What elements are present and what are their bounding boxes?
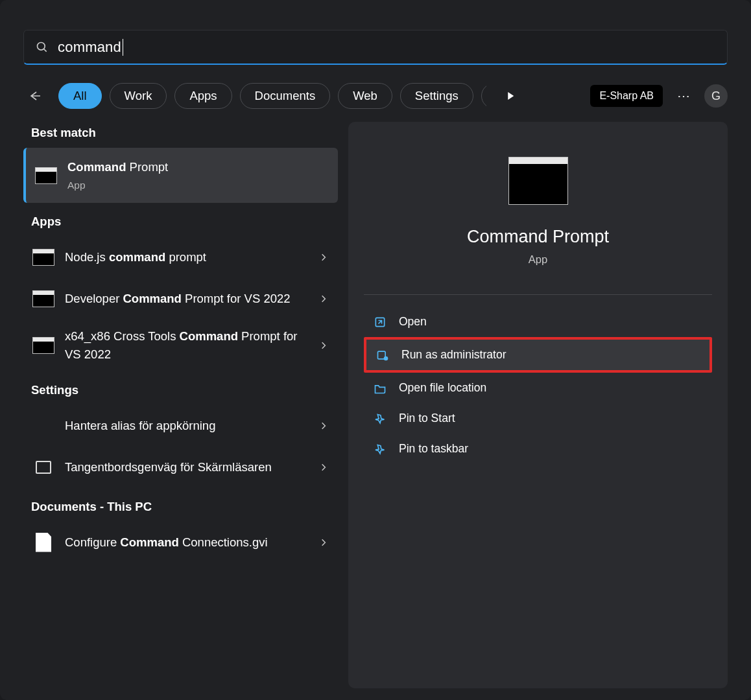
admin-icon (376, 349, 390, 362)
app-result[interactable]: Developer Command Prompt for VS 2022 (23, 278, 338, 320)
chevron-right-icon[interactable] (316, 291, 331, 307)
search-icon (36, 41, 49, 54)
search-bar[interactable]: command (23, 30, 728, 65)
document-icon (32, 533, 54, 552)
result-label: Configure Command Connections.gvi (65, 533, 316, 552)
cmd-icon (32, 336, 54, 355)
best-match-item[interactable]: Command Prompt App (23, 148, 338, 203)
pin-icon (373, 412, 387, 425)
filter-tab-people[interactable]: People (481, 83, 486, 109)
filter-tab-settings[interactable]: Settings (400, 83, 473, 109)
section-settings: Settings (31, 383, 338, 397)
filter-tabs: AllWorkAppsDocumentsWebSettingsPeople (58, 83, 486, 109)
pin-icon (373, 443, 387, 456)
svg-line-1 (44, 49, 47, 51)
result-label: x64_x86 Cross Tools Command Prompt for V… (65, 327, 316, 364)
section-documents: Documents - This PC (31, 500, 338, 514)
filter-tab-web[interactable]: Web (338, 83, 392, 109)
text-cursor (123, 39, 123, 56)
section-best-match: Best match (31, 126, 338, 140)
chevron-right-icon[interactable] (316, 250, 331, 265)
org-badge[interactable]: E-Sharp AB (590, 85, 663, 107)
filter-tab-apps[interactable]: Apps (174, 83, 232, 109)
action-label: Pin to taskbar (399, 442, 468, 456)
action-open-file-location[interactable]: Open file location (364, 373, 712, 403)
chevron-right-icon[interactable] (316, 338, 331, 353)
filter-tab-documents[interactable]: Documents (240, 83, 331, 109)
chevron-right-icon[interactable] (316, 418, 331, 434)
app-result[interactable]: Node.js command prompt (23, 237, 338, 278)
action-label: Open file location (399, 381, 486, 395)
action-open[interactable]: Open (364, 307, 712, 337)
user-avatar[interactable]: G (704, 84, 728, 108)
open-icon (373, 316, 387, 329)
filters-scroll-right[interactable] (499, 85, 521, 107)
back-button[interactable] (23, 85, 45, 107)
preview-app-icon (508, 157, 568, 205)
result-label: Hantera alias för appkörning (65, 417, 316, 435)
best-match-label: Command Prompt App (67, 158, 329, 192)
document-result[interactable]: Configure Command Connections.gvi (23, 522, 338, 563)
divider (364, 294, 712, 295)
filter-tab-work[interactable]: Work (110, 83, 167, 109)
chevron-right-icon[interactable] (316, 460, 331, 475)
settings-result[interactable]: Tangentbordsgenväg för Skärmläsaren (23, 447, 338, 488)
preview-pane: Command Prompt App OpenRun as administra… (348, 122, 728, 688)
preview-title: Command Prompt (467, 227, 609, 247)
settings-result[interactable]: Hantera alias för appkörning (23, 405, 338, 447)
search-input-value: command (58, 39, 121, 56)
cmd-icon (35, 167, 57, 185)
search-input[interactable]: command (58, 39, 123, 56)
action-label: Run as administrator (401, 348, 506, 362)
result-label: Developer Command Prompt for VS 2022 (65, 290, 316, 308)
settings-icon (32, 417, 54, 435)
app-result[interactable]: x64_x86 Cross Tools Command Prompt for V… (23, 320, 338, 371)
action-label: Pin to Start (399, 412, 455, 425)
folder-icon (373, 382, 387, 395)
cmd-icon (32, 290, 54, 308)
preview-subtitle: App (529, 253, 547, 266)
screen-reader-icon (32, 458, 54, 476)
result-label: Tangentbordsgenväg för Skärmläsaren (65, 458, 316, 476)
svg-point-4 (384, 356, 388, 360)
action-run-as-administrator[interactable]: Run as administrator (364, 337, 712, 373)
more-button[interactable]: ⋯ (672, 84, 695, 108)
result-label: Node.js command prompt (65, 248, 316, 266)
action-pin-to-start[interactable]: Pin to Start (364, 403, 712, 434)
svg-point-0 (38, 42, 45, 50)
filter-tab-all[interactable]: All (58, 83, 102, 109)
action-label: Open (399, 315, 427, 329)
action-pin-to-taskbar[interactable]: Pin to taskbar (364, 434, 712, 464)
cmd-icon (32, 248, 54, 266)
chevron-right-icon[interactable] (316, 535, 331, 550)
section-apps: Apps (31, 215, 338, 229)
